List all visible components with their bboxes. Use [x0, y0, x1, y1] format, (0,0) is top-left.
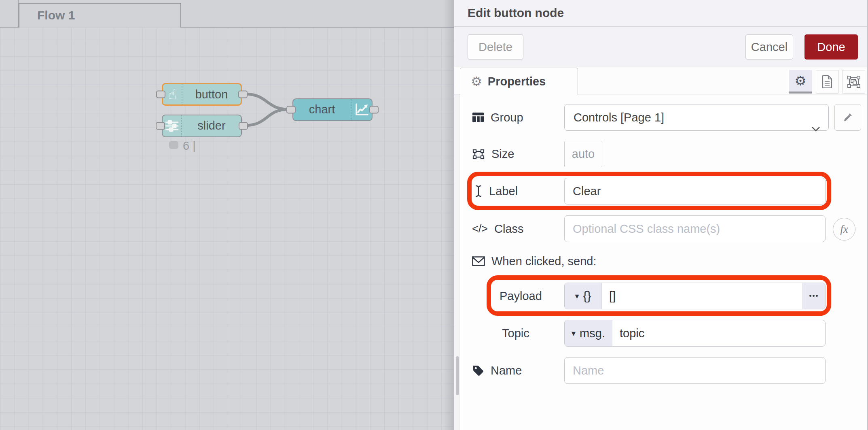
- ellipsis-icon: •••: [809, 292, 819, 300]
- node-button-label: button: [182, 84, 241, 104]
- group-select[interactable]: Controls [Page 1]: [564, 104, 829, 131]
- delete-button[interactable]: Delete: [468, 34, 523, 60]
- topic-value[interactable]: topic: [612, 327, 644, 340]
- name-field-label: Name: [472, 357, 522, 384]
- document-icon: [821, 75, 833, 89]
- editor-tab-row: ⚙ Properties ⚙: [454, 66, 867, 94]
- topic-field-label: Topic: [502, 320, 529, 347]
- node-slider-input-port[interactable]: [156, 122, 165, 130]
- node-slider-output-port[interactable]: [239, 122, 248, 130]
- payload-expand-button[interactable]: •••: [802, 283, 825, 309]
- json-type-icon: {}: [583, 289, 591, 303]
- node-button-output-port[interactable]: [238, 91, 248, 98]
- flow-tabbar: Flow 1: [0, 0, 454, 28]
- tabbar-corner: [0, 0, 19, 27]
- done-button[interactable]: Done: [804, 34, 858, 60]
- label-input[interactable]: [564, 178, 826, 204]
- group-select-value: Controls [Page 1]: [574, 111, 664, 124]
- node-chart-label: chart: [293, 99, 351, 120]
- properties-tab-label: Properties: [488, 75, 546, 88]
- edit-group-button[interactable]: [834, 104, 861, 131]
- payload-field-label: Payload: [500, 283, 542, 309]
- flow-canvas[interactable]: Flow 1 ☝ button: [0, 0, 454, 430]
- chevron-down-icon: [811, 115, 820, 141]
- payload-type-select[interactable]: ▾ {}: [565, 283, 602, 309]
- pencil-icon: [842, 112, 853, 123]
- tab-button-properties[interactable]: ⚙: [789, 70, 812, 94]
- class-input[interactable]: [564, 215, 826, 242]
- msg-prefix: msg.: [580, 327, 605, 340]
- topic-typed-input: ▾ msg. topic: [564, 320, 826, 347]
- code-icon: </>: [472, 223, 488, 235]
- panel-scrollbar-thumb[interactable]: [456, 356, 459, 395]
- gear-icon: ⚙: [471, 74, 482, 89]
- tag-icon: [472, 364, 484, 377]
- edit-tray: Edit button node Delete Cancel Done ⚙ Pr…: [454, 0, 868, 430]
- slider-status-indicator: [169, 141, 178, 149]
- label-field-label: Label: [474, 178, 518, 204]
- caret-down-icon: ▾: [575, 291, 579, 301]
- object-size-icon: [472, 149, 485, 160]
- caret-down-icon: ▾: [572, 328, 576, 338]
- envelope-icon: [472, 256, 485, 266]
- node-chart[interactable]: chart: [292, 98, 373, 121]
- sliders-icon: [165, 119, 179, 132]
- node-red-window: Flow 1 ☝ button: [0, 0, 868, 430]
- dialog-title: Edit button node: [468, 0, 564, 26]
- hand-pointer-icon: ☝: [168, 87, 177, 101]
- flow-tab-label: Flow 1: [19, 4, 180, 27]
- edit-tray-header: Edit button node: [454, 0, 867, 27]
- node-chart-input-port[interactable]: [286, 106, 296, 114]
- button-node-icon-area: ☝: [163, 84, 182, 104]
- i-cursor-icon: [474, 185, 483, 198]
- node-button-input-port[interactable]: [156, 91, 165, 98]
- table-icon: [472, 112, 484, 123]
- class-field-label: </> Class: [472, 215, 524, 242]
- topic-type-select[interactable]: ▾ msg.: [565, 320, 612, 346]
- when-clicked-heading: When clicked, send:: [472, 253, 597, 269]
- chart-node-icon-area: [351, 99, 372, 120]
- payload-value[interactable]: []: [602, 290, 616, 303]
- tab-flow-1[interactable]: Flow 1: [19, 3, 181, 28]
- tab-button-description[interactable]: [816, 70, 838, 94]
- size-field-label: Size: [472, 141, 514, 167]
- cancel-button[interactable]: Cancel: [745, 34, 793, 60]
- slider-node-icon-area: [163, 115, 182, 136]
- panel-scrollbar-track: [454, 94, 460, 430]
- fx-expression-button[interactable]: fx: [833, 218, 855, 241]
- size-auto-button[interactable]: auto: [564, 141, 602, 167]
- slider-status-text: 6 |: [183, 139, 196, 153]
- node-chart-output-port[interactable]: [369, 106, 379, 114]
- line-chart-icon: [354, 103, 369, 117]
- edit-tray-toolbar: Delete Cancel Done: [454, 27, 867, 66]
- tab-properties[interactable]: ⚙ Properties: [460, 68, 578, 95]
- edit-form: Group Controls [Page 1]: [454, 94, 867, 430]
- node-button[interactable]: ☝ button: [162, 83, 242, 106]
- node-slider[interactable]: slider: [162, 115, 242, 137]
- payload-typed-input: ▾ {} [] •••: [564, 283, 826, 309]
- tab-button-appearance[interactable]: [843, 70, 865, 94]
- appearance-icon: [847, 75, 861, 88]
- gear-icon: ⚙: [794, 73, 807, 89]
- group-field-label: Group: [472, 104, 523, 131]
- name-input[interactable]: [564, 357, 826, 384]
- node-slider-label: slider: [182, 115, 241, 136]
